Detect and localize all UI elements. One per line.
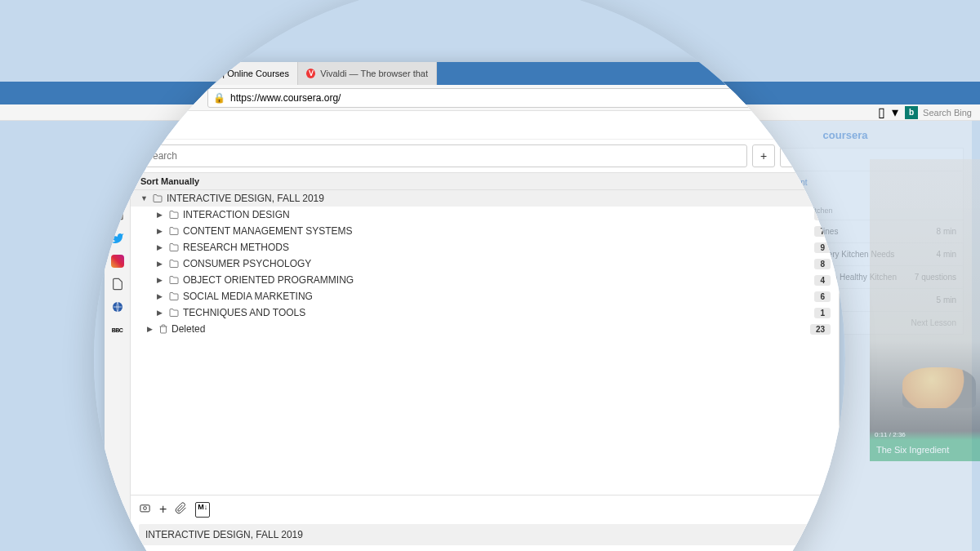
folder-icon bbox=[168, 308, 180, 318]
bg-search-placeholder: Search Bing bbox=[923, 108, 972, 118]
tree-item-label: INTERACTIVE DESIGN, FALL 2019 bbox=[167, 193, 811, 204]
folder-icon bbox=[168, 226, 180, 236]
svg-point-4 bbox=[112, 187, 122, 198]
folder-icon bbox=[168, 242, 180, 252]
collapse-arrow-icon[interactable]: ▶ bbox=[157, 309, 165, 317]
add-note-button[interactable]: + bbox=[752, 144, 775, 167]
browser-toolbar: 🔒 https://www.coursera.org/ bbox=[105, 85, 840, 111]
tree-item[interactable]: ▶SOCIAL MEDIA MARKETING6 bbox=[131, 288, 839, 304]
lock-icon: 🔒 bbox=[213, 92, 225, 104]
add-panel-button[interactable]: + bbox=[109, 535, 126, 551]
sort-label[interactable]: Sort Manually bbox=[131, 172, 839, 190]
browser-window: ∞ Coursera | Online Courses Vivaldi — Th… bbox=[105, 62, 840, 551]
globe-panel-icon[interactable] bbox=[109, 299, 126, 315]
trash-icon bbox=[158, 323, 168, 335]
reader-icon: ▯ bbox=[878, 104, 885, 120]
panel-title: Notes bbox=[131, 111, 839, 140]
folder-icon bbox=[168, 291, 180, 301]
panel-controls: + − bbox=[131, 140, 839, 172]
panel-rail: BBC + bbox=[105, 111, 131, 551]
tree-deleted-item[interactable]: ▶ Deleted 23 bbox=[131, 321, 839, 337]
downloads-panel-icon[interactable] bbox=[109, 139, 126, 155]
tree-item[interactable]: ▶OBJECT ORIENTED PROGRAMMING4 bbox=[131, 272, 839, 288]
tree-item[interactable]: ▶CONTENT MANAGEMENT SYSTEMS7 bbox=[131, 223, 839, 239]
note-content[interactable]: INTERACTIVE DESIGN, FALL 2019 bbox=[139, 524, 831, 545]
folder-icon bbox=[152, 193, 163, 203]
note-editor: + M↓ INTERACTIVE DESIGN, FALL 2019 bbox=[131, 495, 839, 551]
tree-item[interactable]: ▶RESEARCH METHODS9 bbox=[131, 239, 839, 256]
tree-item[interactable]: ▶TECHNIQUES AND TOOLS1 bbox=[131, 304, 839, 321]
expand-arrow-icon[interactable]: ▼ bbox=[140, 194, 149, 202]
notes-search-input[interactable] bbox=[139, 144, 747, 167]
attachment-button[interactable] bbox=[175, 502, 187, 518]
tree-item[interactable]: ▶INTERACTION DESIGN5 bbox=[131, 207, 839, 223]
instagram-panel-icon[interactable] bbox=[109, 253, 126, 269]
tree-root-item[interactable]: ▼ INTERACTIVE DESIGN, FALL 2019 7 bbox=[131, 190, 839, 207]
collapse-arrow-icon[interactable]: ▶ bbox=[157, 276, 165, 284]
bbc-panel-icon[interactable]: BBC bbox=[109, 322, 126, 338]
file-panel-icon[interactable] bbox=[109, 276, 126, 292]
svg-point-9 bbox=[144, 507, 147, 510]
history-panel-icon[interactable] bbox=[109, 184, 126, 201]
svg-rect-1 bbox=[113, 165, 122, 175]
window-panel-icon[interactable] bbox=[109, 207, 126, 224]
bg-video-thumb: The Six Ingredient 0:11 / 2:36 bbox=[870, 159, 980, 461]
chevron-down-icon: ▾ bbox=[892, 104, 898, 120]
collapse-arrow-icon[interactable]: ▶ bbox=[157, 260, 165, 268]
add-attachment-button[interactable]: + bbox=[159, 502, 167, 518]
collapse-arrow-icon[interactable]: ▶ bbox=[157, 243, 165, 251]
coursera-favicon-icon: ∞ bbox=[167, 68, 178, 79]
collapse-arrow-icon[interactable]: ▶ bbox=[157, 211, 165, 219]
close-window-icon[interactable] bbox=[111, 69, 120, 78]
window-controls[interactable] bbox=[111, 69, 149, 78]
url-text: https://www.coursera.org/ bbox=[230, 92, 341, 104]
maximize-window-icon[interactable] bbox=[140, 69, 149, 78]
tab-vivaldi[interactable]: Vivaldi — The browser that bbox=[298, 62, 437, 85]
vivaldi-favicon-icon bbox=[306, 69, 315, 78]
collapse-arrow-icon[interactable]: ▶ bbox=[157, 227, 165, 235]
screenshot-button[interactable] bbox=[139, 502, 151, 518]
tab-label: Coursera | Online Courses bbox=[183, 69, 289, 78]
bing-icon: b bbox=[905, 106, 918, 119]
folder-icon bbox=[168, 259, 180, 269]
svg-rect-8 bbox=[140, 505, 149, 512]
tab-label: Vivaldi — The browser that bbox=[320, 69, 428, 78]
notes-panel: Notes + − Sort Manually ▼ INTERACTIVE DE… bbox=[131, 111, 840, 551]
collapse-arrow-icon[interactable]: ▶ bbox=[147, 325, 155, 333]
folder-icon bbox=[168, 275, 180, 285]
notes-tree: ▼ INTERACTIVE DESIGN, FALL 2019 7 ▶INTER… bbox=[131, 190, 839, 495]
tree-item[interactable]: ▶CONSUMER PSYCHOLOGY8 bbox=[131, 256, 839, 272]
twitter-panel-icon[interactable] bbox=[109, 230, 126, 247]
minimize-window-icon[interactable] bbox=[126, 69, 135, 78]
notes-panel-icon[interactable] bbox=[109, 162, 126, 178]
bg-search-box: b Search Bing bbox=[905, 106, 972, 119]
svg-rect-5 bbox=[113, 211, 122, 219]
folder-icon bbox=[168, 210, 180, 220]
markdown-toggle-button[interactable]: M↓ bbox=[195, 502, 210, 518]
collapse-arrow-icon[interactable]: ▶ bbox=[157, 292, 165, 300]
